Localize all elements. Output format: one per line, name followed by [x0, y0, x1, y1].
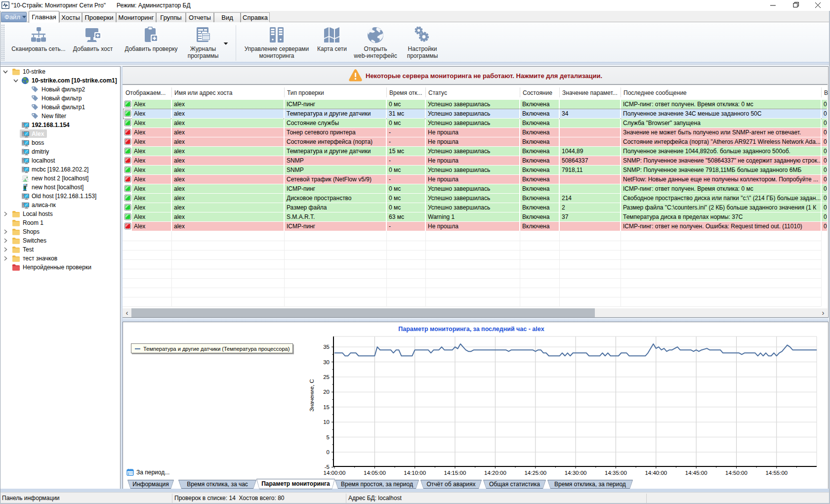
svg-text:14:45:00: 14:45:00 [685, 470, 707, 476]
svg-text:14:40:00: 14:40:00 [645, 470, 667, 476]
svg-text:Значение, С: Значение, С [309, 379, 315, 412]
svg-text:14:50:00: 14:50:00 [725, 470, 747, 476]
svg-text:0: 0 [327, 449, 330, 455]
svg-text:14:25:00: 14:25:00 [524, 470, 546, 476]
svg-text:14:05:00: 14:05:00 [364, 470, 386, 476]
svg-text:14:10:00: 14:10:00 [404, 470, 426, 476]
svg-text:5: 5 [327, 434, 330, 440]
svg-text:-5: -5 [325, 464, 330, 470]
svg-text:14:15:00: 14:15:00 [444, 470, 466, 476]
svg-text:15: 15 [323, 404, 330, 410]
svg-text:14:20:00: 14:20:00 [484, 470, 506, 476]
svg-text:14:55:00: 14:55:00 [765, 470, 788, 476]
svg-text:10: 10 [323, 419, 330, 425]
svg-text:30: 30 [323, 359, 330, 365]
svg-text:14:00:00: 14:00:00 [324, 470, 346, 476]
svg-text:14:35:00: 14:35:00 [605, 470, 627, 476]
svg-text:35: 35 [323, 344, 330, 350]
svg-text:20: 20 [323, 389, 330, 395]
svg-text:14:30:00: 14:30:00 [565, 470, 587, 476]
svg-text:25: 25 [323, 374, 330, 380]
